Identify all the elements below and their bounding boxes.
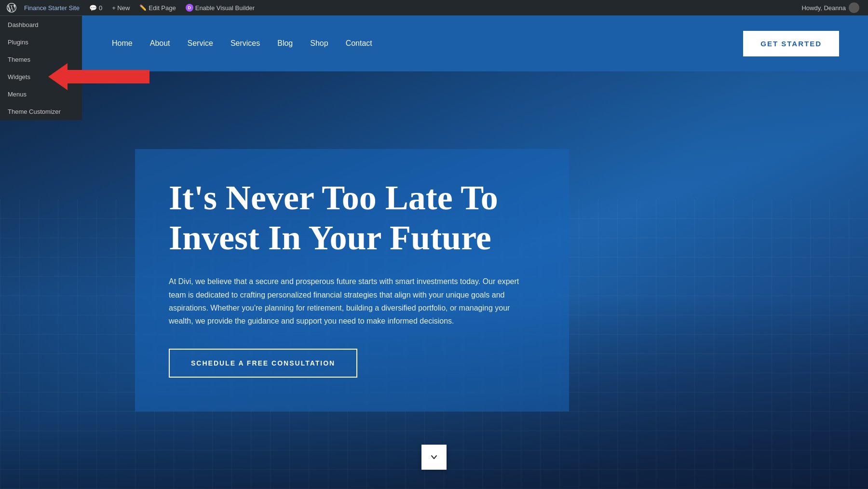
hero-content: It's Never Too Late To Invest In Your Fu… (135, 149, 569, 411)
arrow-body (68, 70, 149, 83)
dropdown-item-plugins[interactable]: Plugins (0, 33, 82, 51)
admin-bar: Finance Starter Site 💬 0 + New ✏️ Edit P… (0, 0, 868, 15)
hero-section: It's Never Too Late To Invest In Your Fu… (0, 71, 868, 489)
red-arrow (68, 70, 149, 83)
dropdown-item-menus[interactable]: Menus (0, 85, 82, 103)
nav-services[interactable]: Services (231, 39, 260, 48)
site-header: D divi Home About Service Services Blog … (0, 15, 868, 71)
pencil-icon: ✏️ (139, 4, 147, 11)
user-info: Howdy, Deanna (797, 2, 864, 13)
edit-page-item[interactable]: ✏️ Edit Page (135, 0, 180, 15)
nav-home[interactable]: Home (112, 39, 133, 48)
hero-description: At Divi, we believe that a secure and pr… (169, 275, 535, 327)
comments-item[interactable]: 💬 0 (84, 0, 107, 15)
nav-contact[interactable]: Contact (346, 39, 372, 48)
arrow-head (48, 63, 68, 90)
nav-blog[interactable]: Blog (277, 39, 293, 48)
avatar (849, 2, 859, 13)
consultation-button[interactable]: SCHEDULE A FREE CONSULTATION (169, 349, 357, 378)
hero-title: It's Never Too Late To Invest In Your Fu… (169, 178, 535, 258)
scroll-down-button[interactable] (421, 445, 447, 470)
nav-about[interactable]: About (150, 39, 170, 48)
nav-shop[interactable]: Shop (310, 39, 328, 48)
wordpress-logo[interactable] (4, 0, 19, 15)
new-item[interactable]: + New (107, 0, 135, 15)
dropdown-item-themes[interactable]: Themes (0, 51, 82, 68)
nav-service[interactable]: Service (188, 39, 213, 48)
dropdown-menu: Dashboard Plugins Themes Widgets Menus T… (0, 15, 82, 120)
comment-icon: 💬 (89, 4, 97, 12)
chevron-down-icon (429, 452, 439, 462)
dropdown-item-dashboard[interactable]: Dashboard (0, 16, 82, 33)
site-name[interactable]: Finance Starter Site (19, 0, 84, 15)
dropdown-item-theme-customizer[interactable]: Theme Customizer (0, 103, 82, 120)
get-started-button[interactable]: GET STARTED (743, 31, 839, 56)
divi-logo: D (186, 4, 193, 12)
divi-item[interactable]: D Enable Visual Builder (181, 0, 259, 15)
site-nav: Home About Service Services Blog Shop Co… (112, 39, 743, 48)
